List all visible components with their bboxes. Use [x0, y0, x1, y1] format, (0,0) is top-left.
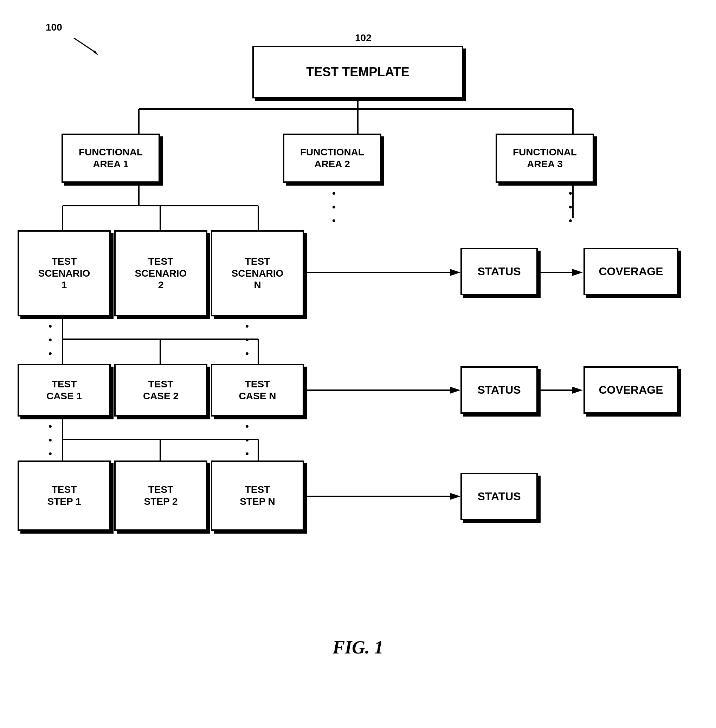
- dots-fa2-scenario: •••: [332, 186, 336, 228]
- test-step-n-node: TESTSTEP N: [211, 461, 304, 531]
- dots-fa3: •••: [569, 186, 572, 228]
- test-case-n-node: TESTCASE N: [211, 364, 304, 417]
- svg-marker-28: [572, 387, 583, 394]
- ref-100-label: 100: [46, 22, 62, 33]
- dots-caseN-down: •••: [245, 419, 249, 461]
- test-scenario-n-node: TESTSCENARION: [211, 230, 304, 316]
- status-2-node: STATUS: [460, 366, 538, 414]
- test-case-1-node: TESTCASE 1: [18, 364, 111, 417]
- functional-area-1-node: FUNCTIONALAREA 1: [62, 133, 160, 183]
- test-case-2-node: TESTCASE 2: [114, 364, 207, 417]
- svg-line-31: [74, 38, 95, 52]
- diagram: 100 102 TEST TEMPLATE FUNCTIONALAREA 1 F…: [0, 0, 716, 728]
- test-scenario-2-node: TESTSCENARIO2: [114, 230, 207, 316]
- coverage-2-node: COVERAGE: [584, 366, 678, 414]
- test-step-1-node: TESTSTEP 1: [18, 461, 111, 531]
- dots-scenarioN-down: •••: [245, 319, 249, 361]
- functional-area-3-node: FUNCTIONALAREA 3: [496, 133, 594, 183]
- test-step-2-node: TESTSTEP 2: [114, 461, 207, 531]
- dots-scenario1-down: •••: [49, 319, 52, 361]
- svg-marker-26: [450, 387, 460, 394]
- figure-label: FIG. 1: [332, 637, 383, 658]
- status-3-node: STATUS: [460, 473, 538, 520]
- status-1-node: STATUS: [460, 248, 538, 295]
- svg-marker-30: [450, 493, 460, 500]
- coverage-1-node: COVERAGE: [584, 248, 678, 295]
- svg-marker-22: [450, 269, 460, 276]
- ref-102-label: 102: [355, 32, 372, 44]
- test-scenario-1-node: TESTSCENARIO1: [18, 230, 111, 316]
- functional-area-2-node: FUNCTIONALAREA 2: [283, 133, 381, 183]
- test-template-node: TEST TEMPLATE: [252, 46, 463, 99]
- dots-case1-down: •••: [49, 419, 52, 461]
- svg-marker-32: [93, 50, 99, 56]
- svg-marker-24: [572, 269, 583, 276]
